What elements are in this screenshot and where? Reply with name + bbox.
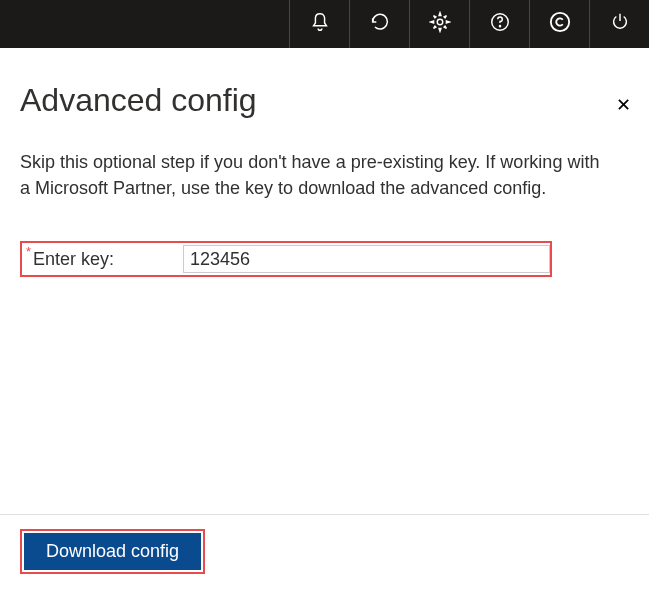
- close-button[interactable]: ✕: [616, 94, 631, 116]
- help-icon: [489, 11, 511, 37]
- power-icon: [609, 11, 631, 37]
- key-input[interactable]: [183, 245, 550, 273]
- svg-point-2: [499, 26, 500, 27]
- svg-point-3: [550, 13, 568, 31]
- power-button[interactable]: [589, 0, 649, 48]
- refresh-button[interactable]: [349, 0, 409, 48]
- notifications-button[interactable]: [289, 0, 349, 48]
- key-field-row: * Enter key:: [20, 241, 552, 277]
- dialog-panel: ✕ Advanced config Skip this optional ste…: [0, 82, 649, 297]
- svg-point-0: [437, 19, 443, 25]
- bell-icon: [309, 11, 331, 37]
- download-config-button[interactable]: Download config: [24, 533, 201, 570]
- dialog-footer: Download config: [0, 514, 649, 574]
- copyright-button[interactable]: [529, 0, 589, 48]
- close-icon: ✕: [616, 95, 631, 115]
- required-marker: *: [26, 244, 31, 259]
- dialog-description: Skip this optional step if you don't hav…: [20, 149, 610, 201]
- refresh-icon: [369, 11, 391, 37]
- help-button[interactable]: [469, 0, 529, 48]
- key-field-label: Enter key:: [33, 249, 183, 270]
- settings-button[interactable]: [409, 0, 469, 48]
- gear-icon: [429, 11, 451, 37]
- top-toolbar: [0, 0, 649, 48]
- download-button-highlight: Download config: [20, 529, 205, 574]
- dialog-title: Advanced config: [20, 82, 629, 119]
- copyright-icon: [549, 11, 571, 37]
